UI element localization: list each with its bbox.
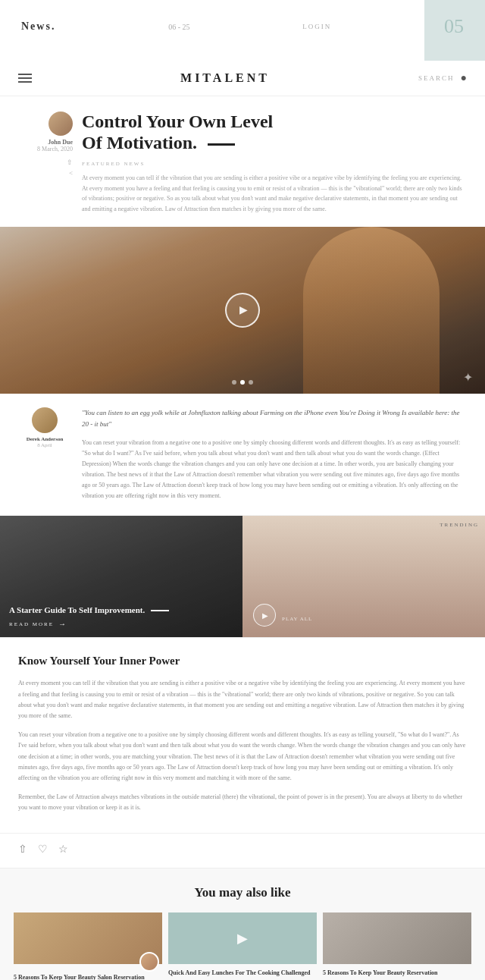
also-card-2-image[interactable]: ▶ <box>168 912 317 964</box>
article-excerpt: At every moment you can tell if the vibr… <box>82 173 467 214</box>
play-button[interactable]: ▶ <box>225 293 260 328</box>
inner-power-title: Know Yourself Your Inner Power <box>18 655 467 667</box>
author-date: 8 March, 2020 <box>37 146 73 152</box>
also-play-icon: ▶ <box>237 930 248 947</box>
also-card-1-avatar <box>139 952 159 972</box>
heart-action-icon[interactable]: ♡ <box>38 843 48 856</box>
nav-search-area[interactable]: SEARCH ● <box>418 72 467 84</box>
also-like-cards: 5 Reasons To Keep Your Beauty Salon Rese… <box>14 912 471 980</box>
hero-compass: ✦ <box>463 370 473 385</box>
article-header: John Due 8 March, 2020 ⇧ < Control Your … <box>0 96 485 227</box>
header-number: 05 <box>444 15 464 38</box>
card-right-image: TRENDING ▶ PLAY ALL <box>242 516 485 637</box>
card-line <box>151 610 169 611</box>
share-icon[interactable]: ⇧ <box>67 159 73 166</box>
inner-body-3: Remember, the Law of Attraction always m… <box>18 792 467 814</box>
card-right: TRENDING ▶ PLAY ALL <box>242 516 485 637</box>
cards-row: A Starter Guide To Self Improvement. REA… <box>0 516 485 638</box>
play-all-label: PLAY ALL <box>282 616 312 622</box>
play-icon: ▶ <box>239 303 248 316</box>
also-like-section: You may also like 5 Reasons To Keep Your… <box>0 868 485 980</box>
author-name: John Due <box>48 139 73 146</box>
card-play-button[interactable]: ▶ <box>253 604 276 627</box>
quote-section: Derek Anderson 8 April "You can listen t… <box>0 394 485 517</box>
quote-author-name: Derek Anderson <box>27 436 64 442</box>
hero-dots <box>232 380 253 385</box>
also-card-1: 5 Reasons To Keep Your Beauty Salon Rese… <box>14 912 162 980</box>
inner-body-2: You can reset your vibration from a nega… <box>18 730 467 784</box>
read-more-text: READ MORE <box>9 621 54 627</box>
also-card-3: 5 Reasons To Keep Your Beauty Reservatio… <box>323 912 471 980</box>
card-left: A Starter Guide To Self Improvement. REA… <box>0 516 242 637</box>
heart-icon[interactable]: < <box>69 169 73 177</box>
quote-text: "You can listen to an egg yolk while at … <box>82 407 467 431</box>
header-login[interactable]: Login <box>302 23 331 30</box>
top-bar: News. 06 - 25 Login 05 <box>0 0 485 61</box>
comment-action-icon[interactable]: ☆ <box>58 843 68 856</box>
quote-author-date: 8 April <box>37 442 52 448</box>
hero-figure <box>303 227 440 394</box>
dot-2[interactable] <box>240 380 245 385</box>
news-label: News. <box>21 20 55 33</box>
quote-author-block: Derek Anderson 8 April <box>18 407 71 502</box>
also-card-2-title: Quick And Easy Lunches For The Cooking C… <box>168 969 317 977</box>
social-icons-group: ⇧ < <box>67 159 73 177</box>
card-left-image: A Starter Guide To Self Improvement. REA… <box>0 516 242 637</box>
navbar: MITALENT SEARCH ● <box>0 61 485 96</box>
dot-1[interactable] <box>232 380 236 385</box>
hamburger-menu[interactable] <box>18 74 32 83</box>
inner-power-section: Know Yourself Your Inner Power At every … <box>0 638 485 833</box>
read-more-link[interactable]: READ MORE → <box>9 620 233 628</box>
inner-body-1: At every moment you can tell if the vibr… <box>18 678 467 722</box>
featured-label: FEATURED NEWS <box>82 161 467 167</box>
share-action-icon[interactable]: ⇧ <box>18 843 27 856</box>
card-left-content: A Starter Guide To Self Improvement. REA… <box>0 595 242 637</box>
action-icons-bar: ⇧ ♡ ☆ <box>0 833 485 868</box>
also-like-title: You may also like <box>14 885 471 900</box>
dot-3[interactable] <box>249 380 253 385</box>
also-card-3-title: 5 Reasons To Keep Your Beauty Reservatio… <box>323 969 471 977</box>
card-play-icon: ▶ <box>262 611 268 620</box>
also-card-2: ▶ Quick And Easy Lunches For The Cooking… <box>168 912 317 980</box>
also-card-3-image <box>323 912 471 964</box>
author-avatar <box>48 112 73 136</box>
arrow-right-icon: → <box>58 620 66 628</box>
also-card-1-title: 5 Reasons To Keep Your Beauty Salon Rese… <box>14 973 162 980</box>
article-title: Control Your Own Level Of Motivation. <box>82 112 467 153</box>
quote-avatar <box>32 407 58 433</box>
author-block: John Due 8 March, 2020 ⇧ < <box>18 112 73 215</box>
search-icon[interactable]: ● <box>461 72 467 84</box>
title-line <box>208 143 235 146</box>
hero-image: ▶ ✦ <box>0 227 485 394</box>
search-label: SEARCH <box>418 74 455 82</box>
quote-content: "You can listen to an egg yolk while at … <box>82 407 467 502</box>
quote-body: You can reset your vibration from a nega… <box>82 438 467 501</box>
article-title-block: Control Your Own Level Of Motivation. FE… <box>82 112 467 215</box>
header-date: 06 - 25 <box>168 23 189 31</box>
nav-logo: MITALENT <box>180 71 270 85</box>
trending-badge: TRENDING <box>440 522 479 528</box>
card-left-title: A Starter Guide To Self Improvement. <box>9 605 233 615</box>
